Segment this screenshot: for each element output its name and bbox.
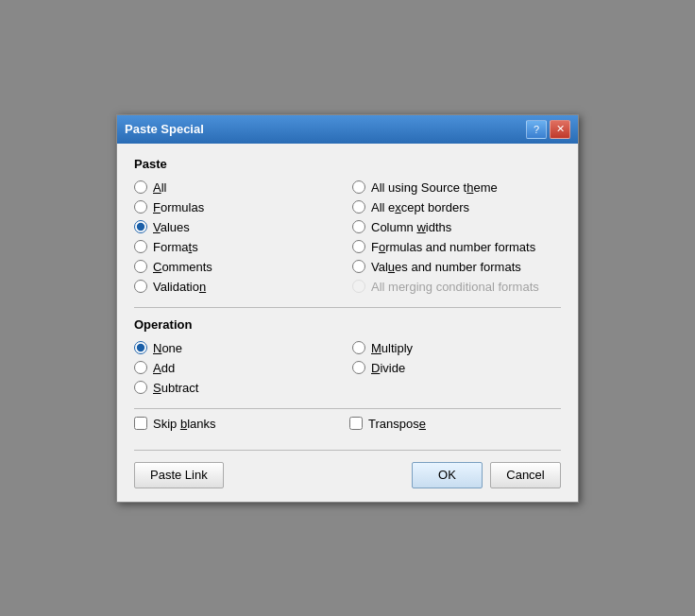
help-button[interactable]: ? [526, 120, 547, 139]
transpose-label: Transpose [368, 417, 426, 431]
op-none-radio[interactable] [134, 341, 147, 354]
paste-all-source-label: All using Source theme [371, 180, 498, 195]
paste-all-source-radio[interactable] [352, 180, 365, 194]
paste-all-radio[interactable] [134, 180, 147, 194]
ok-button[interactable]: OK [412, 462, 483, 488]
paste-comments-radio[interactable] [134, 260, 147, 273]
operation-radio-grid: None Multiply Add Divide Subtract [134, 339, 561, 397]
paste-formulas-label: Formulas [153, 200, 204, 214]
op-add-option[interactable]: Add [134, 359, 343, 377]
dialog-title: Paste Special [125, 122, 204, 136]
dialog-body: Paste All All using Source theme Formula… [117, 144, 578, 502]
checkbox-row: Skip blanks Transpose [134, 408, 561, 438]
op-multiply-radio[interactable] [352, 341, 365, 354]
paste-section: Paste All All using Source theme Formula… [134, 157, 561, 296]
paste-formulas-radio[interactable] [134, 200, 147, 214]
paste-validation-radio[interactable] [134, 280, 147, 293]
paste-merging-label: All merging conditional formats [371, 280, 539, 294]
button-row: Paste Link OK Cancel [134, 450, 561, 488]
op-multiply-label: Multiply [371, 341, 413, 355]
op-subtract-label: Subtract [153, 381, 198, 395]
paste-formats-label: Formats [153, 240, 198, 254]
paste-merging-option: All merging conditional formats [352, 278, 561, 296]
paste-except-borders-option[interactable]: All except borders [352, 198, 561, 216]
paste-formats-radio[interactable] [134, 240, 147, 253]
op-subtract-option[interactable]: Subtract [134, 379, 343, 397]
paste-values-option[interactable]: Values [134, 218, 343, 236]
op-divide-radio[interactable] [352, 361, 365, 374]
op-divide-label: Divide [371, 361, 405, 375]
paste-comments-label: Comments [153, 260, 212, 274]
skip-blanks-option[interactable]: Skip blanks [134, 417, 346, 431]
title-bar: Paste Special ? ✕ [117, 115, 578, 144]
paste-validation-option[interactable]: Validation [134, 278, 343, 296]
paste-operation-divider [134, 307, 561, 308]
close-button[interactable]: ✕ [550, 120, 570, 139]
transpose-checkbox[interactable] [349, 417, 363, 430]
operation-section-label: Operation [134, 317, 561, 332]
paste-values-numbers-label: Values and number formats [371, 260, 521, 274]
paste-all-option[interactable]: All [134, 179, 343, 197]
paste-validation-label: Validation [153, 280, 206, 294]
op-multiply-option[interactable]: Multiply [352, 339, 561, 357]
paste-except-borders-radio[interactable] [352, 200, 365, 214]
op-add-radio[interactable] [134, 361, 147, 374]
paste-values-numbers-option[interactable]: Values and number formats [352, 258, 561, 276]
paste-all-source-option[interactable]: All using Source theme [352, 179, 561, 197]
paste-comments-option[interactable]: Comments [134, 258, 343, 276]
paste-formulas-numbers-option[interactable]: Formulas and number formats [352, 238, 561, 256]
skip-blanks-label: Skip blanks [153, 417, 216, 431]
op-divide-option[interactable]: Divide [352, 359, 561, 377]
paste-special-dialog: Paste Special ? ✕ Paste All All using So… [116, 114, 579, 503]
paste-column-widths-radio[interactable] [352, 220, 365, 233]
paste-radio-grid: All All using Source theme Formulas All … [134, 179, 561, 296]
paste-link-button[interactable]: Paste Link [134, 462, 224, 488]
paste-merging-radio [352, 280, 365, 293]
op-none-option[interactable]: None [134, 339, 343, 357]
op-none-label: None [153, 341, 182, 355]
paste-values-radio[interactable] [134, 220, 147, 233]
op-add-label: Add [153, 361, 175, 375]
paste-formulas-option[interactable]: Formulas [134, 198, 343, 216]
paste-formulas-numbers-label: Formulas and number formats [371, 240, 535, 254]
title-bar-buttons: ? ✕ [526, 120, 570, 139]
paste-all-label: All [153, 180, 166, 195]
paste-column-widths-option[interactable]: Column widths [352, 218, 561, 236]
transpose-option[interactable]: Transpose [349, 417, 561, 431]
paste-values-numbers-radio[interactable] [352, 260, 365, 273]
skip-blanks-checkbox[interactable] [134, 417, 147, 430]
paste-formulas-numbers-radio[interactable] [352, 240, 365, 253]
paste-values-label: Values [153, 220, 190, 234]
cancel-button[interactable]: Cancel [490, 462, 561, 488]
paste-column-widths-label: Column widths [371, 220, 451, 234]
paste-section-label: Paste [134, 157, 561, 171]
operation-section: Operation None Multiply Add Divide [134, 317, 561, 397]
op-subtract-radio[interactable] [134, 381, 147, 394]
paste-except-borders-label: All except borders [371, 200, 469, 214]
paste-formats-option[interactable]: Formats [134, 238, 343, 256]
